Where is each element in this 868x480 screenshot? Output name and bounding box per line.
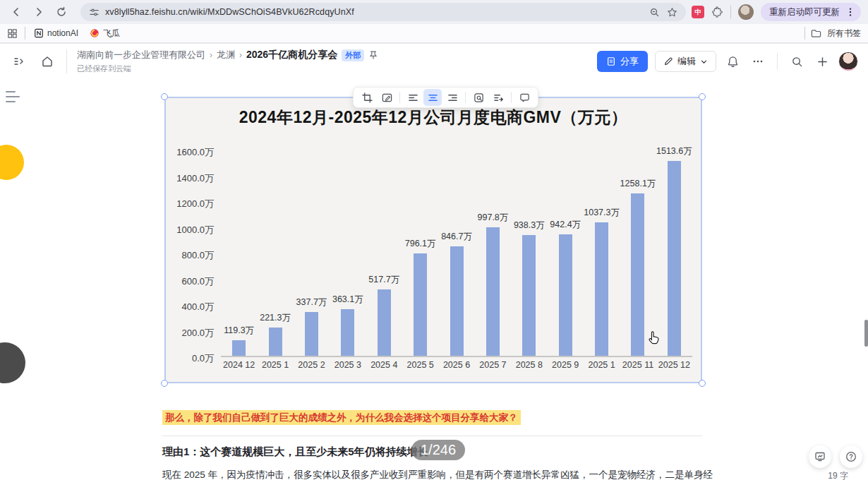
bar-value-label: 942.4万 xyxy=(550,219,581,231)
search-button[interactable] xyxy=(788,52,806,71)
annotate-icon xyxy=(382,92,392,103)
bar-column: 942.4万 xyxy=(548,151,584,356)
bar-column: 1258.1万 xyxy=(620,151,656,356)
bar-value-label: 997.8万 xyxy=(478,212,509,224)
x-tick-label: 2025 5 xyxy=(402,360,438,370)
align-left-icon xyxy=(408,92,418,103)
chart-bars: 119.3万221.3万337.7万363.1万517.7万796.1万846.… xyxy=(221,151,692,357)
y-tick-label: 1200.0万 xyxy=(176,198,214,210)
crop-button[interactable] xyxy=(358,89,376,106)
align-right-icon xyxy=(447,92,458,103)
bar xyxy=(450,246,464,356)
zoom-icon[interactable] xyxy=(649,7,660,18)
align-center-button[interactable] xyxy=(423,89,442,106)
breadcrumb-item-longyuan[interactable]: 龙渊 xyxy=(217,49,235,61)
translate-icon[interactable]: 中 xyxy=(692,6,704,18)
help-icon xyxy=(845,451,857,462)
x-tick-label: 2025 7 xyxy=(475,360,511,370)
resize-handle-bottom-right[interactable] xyxy=(699,380,706,387)
breadcrumb-chevron: › xyxy=(239,50,242,60)
reason-heading[interactable]: 理由1：这个赛道规模巨大，且至少未来5年仍将持续增长 xyxy=(162,445,428,459)
help-button[interactable] xyxy=(840,445,862,468)
edit-label: 编辑 xyxy=(677,55,696,68)
bar xyxy=(414,253,427,356)
resize-handle-top-left[interactable] xyxy=(161,93,168,100)
align-left-button[interactable] xyxy=(404,89,422,106)
align-right-button[interactable] xyxy=(443,89,462,106)
x-tick-label: 2025 11 xyxy=(620,360,656,370)
home-button[interactable] xyxy=(38,52,56,71)
service-button[interactable] xyxy=(809,445,831,468)
edit-button[interactable]: 编辑 xyxy=(655,51,716,72)
copy-link-button[interactable] xyxy=(469,89,488,106)
toolbar-divider xyxy=(511,92,512,103)
relaunch-update-button[interactable]: 重新启动即可更新 xyxy=(761,3,861,21)
bar xyxy=(668,161,681,356)
pin-icon[interactable] xyxy=(368,50,378,60)
bar-column: 363.1万 xyxy=(330,151,366,356)
bar xyxy=(378,289,391,356)
comment-icon xyxy=(519,92,530,103)
highlighted-question[interactable]: 那么，除了我们自己做到了巨大的成绩之外，为什么我会选择这个项目分享给大家？ xyxy=(162,410,521,425)
convert-button[interactable] xyxy=(489,89,507,106)
sidebar-toggle-button[interactable] xyxy=(10,52,28,71)
translate-glyph: 中 xyxy=(695,8,701,17)
floating-yellow-bubble[interactable] xyxy=(0,145,24,180)
header-right-separator xyxy=(777,53,778,70)
more-button[interactable] xyxy=(749,52,767,71)
bar-value-label: 846.7万 xyxy=(441,231,472,243)
resize-handle-bottom-left[interactable] xyxy=(161,380,168,387)
search-icon xyxy=(791,56,803,68)
annotate-button[interactable] xyxy=(378,89,396,106)
bar-value-label: 517.7万 xyxy=(368,274,399,286)
bar xyxy=(232,340,246,356)
plus-icon xyxy=(816,56,828,68)
image-toolbar xyxy=(353,87,538,108)
floating-dark-bubble[interactable] xyxy=(0,342,25,383)
kebab-menu-icon[interactable] xyxy=(845,7,855,17)
x-tick-label: 2025 4 xyxy=(366,360,402,370)
breadcrumb-item-company[interactable]: 湖南向前一步企业管理有限公司 xyxy=(77,49,205,61)
home-icon xyxy=(41,55,54,68)
resize-handle-top-right[interactable] xyxy=(699,93,706,100)
site-controls-icon[interactable] xyxy=(89,7,100,18)
all-bookmarks-label[interactable]: 所有书签 xyxy=(827,28,861,40)
bookmark-star-icon[interactable] xyxy=(667,7,677,18)
extensions-icon[interactable] xyxy=(711,6,723,18)
doc-title[interactable]: 2026千亿商机分享会 xyxy=(246,49,337,61)
notion-icon xyxy=(34,28,44,38)
comment-button[interactable] xyxy=(515,89,534,106)
bookmarks-right-separator xyxy=(804,27,805,40)
address-bar[interactable]: xv8lyll5haz.feishu.cn/wiki/MxDDwSChOiS4B… xyxy=(80,3,686,21)
body-paragraph[interactable]: 现在 2025 年，因为疫情冲击，很多实体以及很多产业收到严重影响，但是有两个赛… xyxy=(162,469,720,480)
breadcrumb-chevron: › xyxy=(210,50,212,60)
bar-column: 1037.3万 xyxy=(584,151,620,356)
outline-toggle-button[interactable] xyxy=(6,91,20,102)
bookmark-feigua[interactable]: 飞瓜 xyxy=(90,28,120,40)
back-icon xyxy=(11,6,22,18)
reload-icon xyxy=(56,6,67,18)
chevron-down-icon xyxy=(700,58,708,66)
share-label: 分享 xyxy=(620,55,639,68)
document-body: 2024年12月-2025年12月公司月度电商GMV（万元） 1600.0万14… xyxy=(0,80,868,480)
create-button[interactable] xyxy=(813,52,831,71)
x-tick-label: 2025 3 xyxy=(330,360,366,370)
scrollbar-thumb[interactable] xyxy=(864,320,868,347)
external-badge: 外部 xyxy=(342,49,364,61)
url-text: xv8lyll5haz.feishu.cn/wiki/MxDDwSChOiS4B… xyxy=(105,7,354,17)
user-avatar[interactable] xyxy=(838,52,858,71)
page-indicator: 1/246 xyxy=(411,440,465,460)
notifications-button[interactable] xyxy=(723,52,742,71)
reload-button[interactable] xyxy=(52,3,71,21)
browser-profile-avatar[interactable] xyxy=(738,4,754,20)
back-button[interactable] xyxy=(7,3,25,21)
share-button[interactable]: 分享 xyxy=(597,51,648,72)
apps-grid-icon[interactable] xyxy=(7,28,18,39)
x-tick-label: 2025 6 xyxy=(438,360,474,370)
bookmark-notionai[interactable]: notionAI xyxy=(34,28,78,38)
link-icon xyxy=(474,92,484,103)
bar-value-label: 1037.3万 xyxy=(584,207,620,219)
bar-value-label: 938.3万 xyxy=(514,220,545,232)
chart-image-block[interactable]: 2024年12月-2025年12月公司月度电商GMV（万元） 1600.0万14… xyxy=(164,97,702,383)
forward-button[interactable] xyxy=(30,3,48,21)
